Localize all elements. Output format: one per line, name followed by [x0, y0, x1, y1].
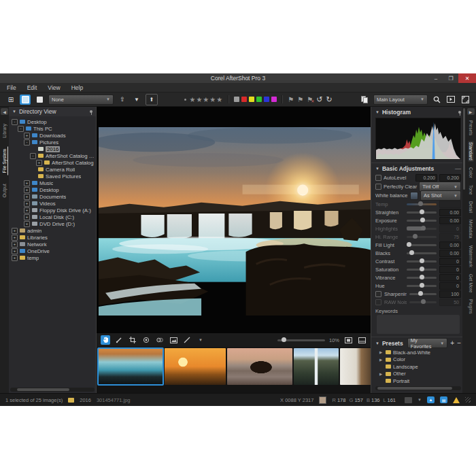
exposure-slider[interactable]: [407, 220, 437, 222]
white-balance-dropdown[interactable]: As Shot▼: [420, 190, 461, 201]
tree-item-aftershot-catalog[interactable]: +AfterShot Catalog: [9, 159, 96, 166]
label-blue[interactable]: [264, 97, 269, 102]
directory-panel-header[interactable]: ▼ Directory View: [9, 107, 96, 116]
tab-plugins[interactable]: Plugins: [468, 298, 474, 316]
thumbnail-horses-sunset[interactable]: [165, 348, 226, 385]
fit-image-icon[interactable]: [343, 335, 353, 345]
fill-light-slider[interactable]: [407, 244, 437, 246]
vibrance-slider[interactable]: [407, 277, 437, 279]
panel-vscrollbar[interactable]: [462, 107, 465, 393]
expand-icon[interactable]: +: [24, 201, 30, 207]
preset-folder-color[interactable]: ▶Color: [371, 356, 465, 364]
chevron-down-icon[interactable]: ▼: [418, 398, 422, 402]
tree-item-libraries[interactable]: +Libraries: [9, 234, 96, 241]
grid-view-icon[interactable]: ⊞: [5, 95, 16, 105]
watermark-tool[interactable]: [169, 335, 178, 345]
fullscreen-icon[interactable]: [460, 95, 471, 105]
tab-standard[interactable]: Standard: [468, 141, 474, 162]
tree-item-2016[interactable]: +2016: [9, 146, 96, 152]
preset-folder-other[interactable]: ▶Other: [371, 371, 465, 378]
zoom-slider[interactable]: [277, 339, 325, 341]
autolevel-checkbox[interactable]: [375, 175, 381, 181]
collapse-section-icon[interactable]: —: [455, 167, 461, 170]
raw-noise-slider[interactable]: [409, 301, 437, 303]
perfectly-clear-checkbox[interactable]: [375, 184, 381, 190]
hi-range-value[interactable]: 75: [439, 233, 461, 241]
saturation-slider[interactable]: [407, 269, 437, 271]
tree-item-camera-roll[interactable]: +Camera Roll: [9, 166, 96, 173]
blacks-value[interactable]: 0.00: [439, 250, 461, 257]
flag-reject-icon[interactable]: ⚑: [297, 96, 303, 103]
layout-dropdown[interactable]: Main Layout▼: [373, 95, 428, 105]
expand-icon[interactable]: +: [24, 214, 30, 220]
presets-header[interactable]: ▼ Presets My Favorites▼ + −: [371, 337, 465, 349]
contrast-slider[interactable]: [407, 260, 437, 262]
sharpening-value[interactable]: 100: [439, 290, 461, 298]
sharpening-checkbox[interactable]: [375, 291, 381, 297]
flag-pick-icon[interactable]: ⚑: [288, 96, 294, 103]
more-tools-chevron-icon[interactable]: ▼: [196, 335, 205, 345]
expand-icon[interactable]: +: [24, 207, 30, 214]
expand-icon[interactable]: +: [12, 248, 18, 254]
preset-folder-landscape[interactable]: Landscape: [371, 363, 465, 371]
preset-folder-black-and-white[interactable]: ▶Black-and-White: [371, 349, 465, 356]
tree-item-music[interactable]: +Music: [9, 180, 96, 186]
tab-watermark[interactable]: Watermark: [468, 244, 474, 269]
raw-noise-checkbox[interactable]: [375, 299, 381, 305]
collapse-left-panel-icon[interactable]: ◀: [1, 108, 8, 115]
expand-icon[interactable]: +: [36, 160, 42, 166]
rating-stars[interactable]: ★★★★★: [184, 96, 223, 103]
import-icon[interactable]: ⬆: [146, 94, 158, 105]
thumbnail-waterfall-selected[interactable]: [98, 348, 163, 385]
expand-icon[interactable]: +: [24, 187, 30, 193]
brush-tool[interactable]: [114, 335, 124, 345]
image-canvas[interactable]: [97, 107, 371, 333]
hue-value[interactable]: 0: [439, 282, 461, 290]
basic-adjustments-header[interactable]: ▼ Basic Adjustments —: [371, 163, 465, 173]
browse-view-icon[interactable]: [20, 95, 31, 105]
expand-icon[interactable]: +: [24, 221, 30, 227]
expand-icon[interactable]: +: [24, 180, 30, 186]
thumbnail-owl-tree[interactable]: [340, 348, 371, 385]
sync-status-icon[interactable]: ▲: [427, 396, 435, 403]
expand-icon[interactable]: +: [12, 241, 18, 248]
sharpening-slider[interactable]: [409, 293, 437, 295]
hue-slider[interactable]: [407, 285, 437, 287]
menu-help[interactable]: Help: [71, 84, 83, 91]
tree-item-desktop[interactable]: -Desktop: [9, 118, 96, 125]
search-icon[interactable]: [431, 95, 442, 105]
temp-value[interactable]: [439, 201, 461, 208]
label-yellow[interactable]: [249, 97, 254, 102]
tree-item-documents[interactable]: +Documents: [9, 193, 96, 200]
tree-item-pictures[interactable]: -Pictures: [9, 139, 96, 146]
contrast-value[interactable]: 0: [439, 258, 461, 265]
blacks-slider[interactable]: [407, 252, 437, 254]
raw-noise-value[interactable]: 50: [439, 299, 461, 306]
collapse-icon[interactable]: -: [12, 119, 18, 125]
presets-hscrollbar[interactable]: [375, 386, 461, 390]
collapse-icon[interactable]: -: [30, 153, 36, 159]
filter-icon[interactable]: ▼: [131, 95, 142, 105]
tab-detail[interactable]: Detail: [468, 200, 474, 214]
histogram-header[interactable]: ▼ Histogram: [371, 107, 465, 117]
tree-item-desktop2[interactable]: +Desktop: [9, 186, 96, 193]
straighten-slider[interactable]: [407, 211, 437, 214]
tab-presets[interactable]: Presets: [468, 119, 474, 137]
tree-item-temp[interactable]: +temp: [9, 254, 96, 261]
tab-output[interactable]: Output: [1, 182, 7, 199]
fill-light-value[interactable]: 0.00: [439, 241, 461, 249]
vibrance-value[interactable]: 0: [439, 274, 461, 282]
expand-icon[interactable]: +: [12, 235, 18, 241]
label-gray[interactable]: [234, 97, 239, 102]
copy-settings-icon[interactable]: [359, 95, 370, 105]
keywords-input[interactable]: [377, 315, 460, 334]
tab-tone[interactable]: Tone: [468, 184, 474, 196]
tab-file-system[interactable]: File System: [1, 147, 8, 175]
tab-metadata[interactable]: Metadata: [468, 218, 474, 240]
expand-icon[interactable]: +: [24, 133, 30, 139]
tab-library[interactable]: Library: [1, 122, 7, 140]
resize-grip[interactable]: [465, 397, 471, 403]
pin-icon[interactable]: [458, 111, 461, 114]
tree-item-floppy-a[interactable]: +Floppy Disk Drive (A:): [9, 207, 96, 214]
expand-icon[interactable]: +: [12, 228, 18, 234]
